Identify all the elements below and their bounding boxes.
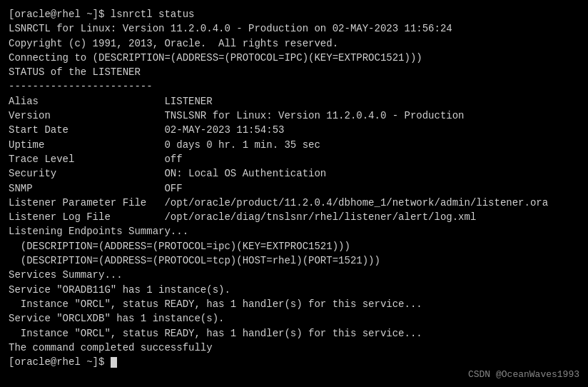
- terminal-line: LSNRCTL for Linux: Version 11.2.0.4.0 - …: [9, 21, 579, 36]
- terminal-line: The command completed successfully: [9, 341, 579, 355]
- terminal-line: Listener Parameter File /opt/oracle/prod…: [9, 196, 579, 210]
- terminal-line: Listening Endpoints Summary...: [9, 224, 579, 238]
- terminal-line: (DESCRIPTION=(ADDRESS=(PROTOCOL=tcp)(HOS…: [9, 253, 579, 268]
- terminal-line: Instance "ORCL", status READY, has 1 han…: [9, 297, 579, 311]
- terminal-line: ------------------------: [9, 79, 579, 94]
- terminal-line: STATUS of the LISTENER: [9, 65, 579, 79]
- final-prompt: [oracle@rhel ~]$: [9, 355, 579, 369]
- terminal-output: [oracle@rhel ~]$ lsnrctl statusLSNRCTL f…: [9, 7, 579, 355]
- terminal-line: Security ON: Local OS Authentication: [9, 166, 579, 181]
- terminal-line: Listener Log File /opt/oracle/diag/tnsls…: [9, 210, 579, 224]
- terminal-line: Uptime 0 days 0 hr. 1 min. 35 sec: [9, 138, 579, 152]
- terminal-line: Start Date 02-MAY-2023 11:54:53: [9, 123, 579, 137]
- terminal-line: [oracle@rhel ~]$ lsnrctl status: [9, 7, 579, 21]
- terminal-line: Instance "ORCL", status READY, has 1 han…: [9, 326, 579, 341]
- terminal-line: Alias LISTENER: [9, 94, 579, 109]
- cursor: [111, 357, 117, 368]
- watermark-text: CSDN @OceanWaves1993: [468, 369, 579, 380]
- terminal-line: Connecting to (DESCRIPTION=(ADDRESS=(PRO…: [9, 51, 579, 65]
- prompt-text: [oracle@rhel ~]$: [9, 356, 111, 368]
- terminal-window: [oracle@rhel ~]$ lsnrctl statusLSNRCTL f…: [0, 0, 588, 387]
- terminal-line: Copyright (c) 1991, 2013, Oracle. All ri…: [9, 36, 579, 51]
- terminal-line: Version TNSLSNR for Linux: Version 11.2.…: [9, 109, 579, 123]
- terminal-line: SNMP OFF: [9, 181, 579, 196]
- terminal-line: Trace Level off: [9, 152, 579, 166]
- terminal-line: Service "ORADB11G" has 1 instance(s).: [9, 283, 579, 297]
- terminal-line: Services Summary...: [9, 268, 579, 282]
- terminal-line: Service "ORCLXDB" has 1 instance(s).: [9, 311, 579, 326]
- terminal-line: (DESCRIPTION=(ADDRESS=(PROTOCOL=ipc)(KEY…: [9, 239, 579, 253]
